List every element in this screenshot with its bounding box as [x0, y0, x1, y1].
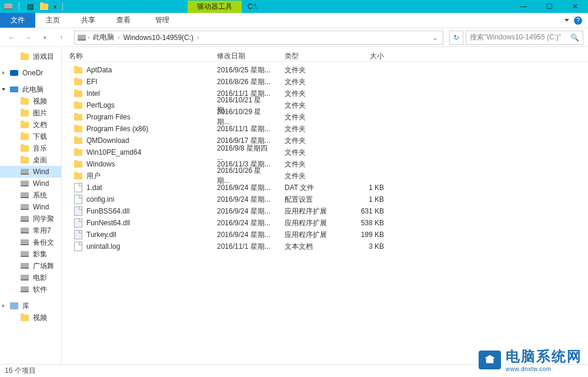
file-row[interactable]: config.ini 2016/9/24 星期... 配置设置 1 KB — [62, 193, 588, 205]
file-row[interactable]: 用户 2016/10/26 星期... 文件夹 — [62, 170, 588, 182]
nav-tree-item[interactable]: 广场舞 — [0, 260, 61, 272]
close-button[interactable]: ✕ — [562, 0, 588, 13]
help-icon[interactable]: ? — [574, 16, 582, 25]
file-row[interactable]: EFI 2016/8/26 星期... 文件夹 — [62, 76, 588, 88]
nav-tree-item[interactable]: 影集 — [0, 248, 61, 260]
file-type: 文件夹 — [278, 77, 344, 87]
file-row[interactable]: Win10PE_amd64 2016/9/8 星期四 ... 文件夹 — [62, 146, 588, 158]
nav-item-label: 此电脑 — [22, 85, 44, 95]
recent-locations-icon[interactable]: ▾ — [38, 31, 52, 45]
back-button[interactable]: ← — [5, 31, 19, 45]
file-type: 应用程序扩展 — [278, 230, 344, 240]
dll-icon — [74, 206, 83, 216]
nav-tree-item[interactable]: 电影 — [0, 272, 61, 283]
qat-dropdown-icon[interactable]: ▾ — [54, 4, 56, 10]
column-date[interactable]: 修改日期 — [210, 51, 278, 61]
minimize-button[interactable]: — — [510, 0, 536, 13]
nav-tree-item[interactable]: OneDr — [0, 67, 61, 79]
nav-tree-item[interactable]: Wind — [0, 178, 61, 189]
file-tab[interactable]: 文件 — [0, 13, 35, 28]
collapse-ribbon-icon[interactable] — [564, 19, 569, 22]
address-dropdown-icon[interactable]: ⌄ — [430, 34, 440, 42]
file-name: config.ini — [86, 195, 114, 203]
qat-divider2 — [62, 2, 63, 11]
file-row[interactable]: Program Files (x86) 2016/11/1 星期... 文件夹 — [62, 123, 588, 135]
up-button[interactable]: ↑ — [54, 31, 68, 45]
column-type[interactable]: 类型 — [278, 51, 344, 61]
address-bar[interactable]: › 此电脑 › Windows10-14959(C:) › ⌄ — [74, 31, 443, 45]
nav-tree-item[interactable]: 音乐 — [0, 142, 61, 154]
file-row[interactable]: Windows 2016/11/3 星期... 文件夹 — [62, 158, 588, 170]
nav-item-label: 备份文 — [33, 238, 54, 248]
nav-item-label: 视频 — [33, 313, 47, 323]
manage-tab[interactable]: 管理 — [146, 13, 179, 28]
crumb-chevron-icon[interactable]: › — [118, 34, 119, 41]
file-name: FunBSS64.dll — [86, 207, 129, 215]
file-row[interactable]: AptData 2016/9/25 星期... 文件夹 — [62, 64, 588, 76]
music-icon — [20, 144, 29, 153]
file-row[interactable]: FunBSS64.dll 2016/9/24 星期... 应用程序扩展 631 … — [62, 205, 588, 217]
navigation-pane[interactable]: 游戏目OneDr此电脑视频图片文档下载音乐桌面WindWind系统Wind同学聚… — [0, 47, 62, 364]
ribbon-tab[interactable]: 主页 — [35, 13, 71, 28]
properties-icon[interactable]: ▤ — [25, 2, 35, 11]
nav-tree-item[interactable]: 库 — [0, 300, 61, 312]
nav-item-label: Wind — [33, 203, 49, 211]
file-name: Intel — [86, 89, 100, 98]
crumb-this-pc[interactable]: 此电脑 — [91, 32, 116, 42]
crumb-chevron-icon[interactable]: › — [197, 34, 199, 41]
nav-tree-item[interactable]: Wind — [0, 166, 61, 178]
nav-item-label: OneDr — [22, 69, 43, 77]
nav-tree-item[interactable]: 备份文 — [0, 236, 61, 248]
nav-tree-item[interactable]: 系统 — [0, 189, 61, 201]
ribbon-tabs: 文件 主页共享查看 管理 ? — [0, 13, 588, 28]
file-date: 2016/9/24 星期... — [210, 218, 278, 228]
file-row[interactable]: Program Files 2016/10/29 星期... 文件夹 — [62, 111, 588, 123]
nav-tree-item[interactable]: Wind — [0, 201, 61, 213]
nav-tree-item[interactable]: 游戏目 — [0, 51, 61, 62]
pic-icon — [20, 108, 29, 118]
nav-tree-item[interactable]: 软件 — [0, 283, 61, 295]
doc-icon — [20, 120, 29, 129]
file-name: QMDownload — [86, 136, 129, 145]
file-row[interactable]: QMDownload 2016/9/17 星期... 文件夹 — [62, 135, 588, 146]
refresh-button[interactable]: ↻ — [449, 31, 463, 45]
file-row[interactable]: unintall.log 2016/11/1 星期... 文本文档 3 KB — [62, 241, 588, 252]
forward-button[interactable]: → — [21, 31, 35, 45]
file-row[interactable]: 1.dat 2016/9/24 星期... DAT 文件 1 KB — [62, 182, 588, 193]
nav-tree-item[interactable]: 此电脑 — [0, 84, 61, 95]
nav-tree-item[interactable]: 视频 — [0, 95, 61, 107]
crumb-chevron-icon[interactable]: › — [88, 34, 89, 41]
nav-item-label: 常用7 — [33, 226, 51, 236]
file-list[interactable]: AptData 2016/9/25 星期... 文件夹 EFI 2016/8/2… — [62, 62, 588, 255]
file-type: DAT 文件 — [278, 183, 344, 193]
nav-tree-item[interactable]: 桌面 — [0, 154, 61, 166]
column-name[interactable]: 名称 — [62, 51, 210, 61]
new-folder-icon[interactable] — [39, 2, 49, 11]
ribbon-tab[interactable]: 共享 — [71, 13, 106, 28]
file-row[interactable]: Intel 2016/11/1 星期... 文件夹 — [62, 88, 588, 99]
desk-icon — [20, 155, 29, 165]
ribbon-tab[interactable]: 查看 — [106, 13, 141, 28]
file-row[interactable]: FunNest64.dll 2016/9/24 星期... 应用程序扩展 538… — [62, 217, 588, 229]
file-size: 1 KB — [344, 195, 391, 203]
nav-tree-item[interactable]: 图片 — [0, 107, 61, 119]
file-name: Program Files — [86, 113, 131, 121]
file-row[interactable]: PerfLogs 2016/10/21 星期... 文件夹 — [62, 99, 588, 111]
nav-item-label: 下载 — [33, 132, 47, 142]
nav-tree-item[interactable]: 常用7 — [0, 225, 61, 236]
video-icon — [20, 313, 29, 322]
nav-tree-item[interactable]: 同学聚 — [0, 213, 61, 225]
file-icon — [74, 183, 83, 192]
file-name: AptData — [86, 66, 112, 74]
nav-tree-item[interactable]: 文档 — [0, 119, 61, 131]
file-row[interactable]: Turkey.dll 2016/9/24 星期... 应用程序扩展 199 KB — [62, 229, 588, 241]
nav-tree-item[interactable]: 视频 — [0, 312, 61, 323]
drive-icon — [20, 167, 29, 176]
search-input[interactable]: 搜索"Windows10-14955 (C:)" 🔍 — [466, 31, 583, 45]
file-type: 配置设置 — [278, 195, 344, 205]
maximize-button[interactable]: ☐ — [536, 0, 562, 13]
file-icon — [74, 242, 83, 251]
column-size[interactable]: 大小 — [344, 51, 391, 61]
nav-tree-item[interactable]: 下载 — [0, 131, 61, 142]
crumb-drive[interactable]: Windows10-14959(C:) — [121, 34, 196, 42]
